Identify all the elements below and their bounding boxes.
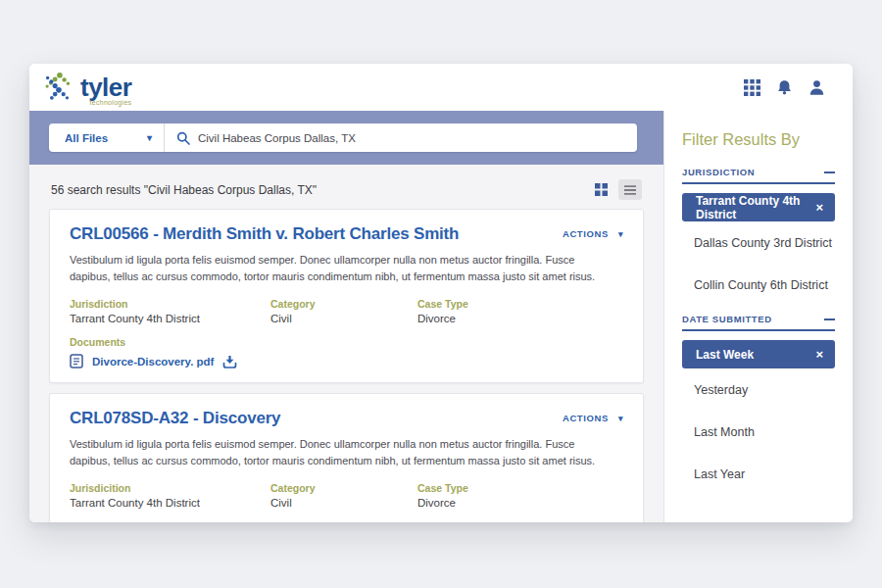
- case-description: Vestibulum id ligula porta felis euismod…: [70, 252, 611, 285]
- app-window: tyler technologies: [29, 64, 853, 522]
- field-value: Civil: [270, 497, 417, 509]
- result-card: CRL00566 - Merdith Smith v. Robert Charl…: [49, 209, 644, 383]
- download-icon[interactable]: [222, 355, 237, 368]
- field-label: Jurisdicition: [70, 482, 270, 494]
- remove-filter-icon[interactable]: ×: [815, 348, 823, 361]
- chevron-down-icon: ▾: [618, 229, 623, 239]
- filter-option[interactable]: Dallas County 3rd District: [694, 221, 835, 250]
- chevron-down-icon: ▾: [618, 414, 623, 423]
- filter-chip-jurisdiction[interactable]: Tarrant County 4th District ×: [682, 193, 835, 221]
- search-icon: [176, 131, 190, 145]
- all-files-dropdown[interactable]: All Files ▾: [49, 123, 165, 152]
- field-value: Divorce: [417, 497, 623, 509]
- app-header: tyler technologies: [29, 64, 853, 111]
- filter-option[interactable]: Last Month: [694, 411, 835, 439]
- field-label: Case Type: [417, 298, 623, 310]
- documents-label: Documents: [70, 520, 623, 522]
- field-label: Category: [270, 482, 417, 494]
- field-value: Tarrant County 4th District: [70, 313, 270, 324]
- jurisdiction-section-heading: JURISDICTION: [682, 167, 835, 184]
- case-title-link[interactable]: CRL078SD-A32 - Discovery: [70, 409, 280, 428]
- result-card: CRL078SD-A32 - Discovery ACTIONS ▾ Vesti…: [49, 393, 644, 522]
- search-input[interactable]: [198, 132, 625, 144]
- chevron-down-icon: ▾: [147, 132, 152, 143]
- tyler-logo: tyler technologies: [41, 71, 131, 104]
- sidebar-title: Filter Results By: [682, 130, 835, 149]
- notification-bell-icon[interactable]: [776, 79, 793, 96]
- filter-option[interactable]: Last Year: [694, 453, 835, 481]
- results-summary: 56 search results "Civil Habeas Corpus D…: [51, 183, 317, 197]
- header-icons: [744, 79, 825, 96]
- documents-label: Documents: [70, 336, 623, 348]
- collapse-minus-icon[interactable]: [824, 318, 835, 320]
- user-profile-icon[interactable]: [808, 79, 825, 96]
- field-value: Tarrant County 4th District: [70, 497, 270, 509]
- grid-view-button[interactable]: [589, 179, 612, 200]
- apps-grid-icon[interactable]: [744, 79, 760, 96]
- search-band: All Files ▾: [29, 111, 663, 165]
- remove-filter-icon[interactable]: ×: [815, 201, 823, 214]
- field-label: Category: [270, 298, 417, 310]
- logo-word: tyler: [80, 73, 131, 102]
- filter-option[interactable]: Collin County 6th District: [694, 264, 835, 292]
- search-control: All Files ▾: [49, 123, 637, 152]
- field-value: Divorce: [417, 313, 623, 324]
- field-value: Civil: [270, 313, 417, 324]
- field-label: Case Type: [417, 482, 623, 494]
- results-area: 56 search results "Civil Habeas Corpus D…: [29, 165, 663, 522]
- document-icon: [70, 354, 83, 368]
- filter-sidebar: Filter Results By JURISDICTION Tarrant C…: [663, 111, 853, 522]
- scope-label: All Files: [65, 132, 108, 144]
- case-description: Vestibulum id ligula porta felis euismod…: [70, 436, 611, 469]
- field-label: Jurisdiction: [70, 298, 270, 310]
- actions-dropdown[interactable]: ACTIONS ▾: [563, 228, 623, 239]
- filter-chip-date[interactable]: Last Week ×: [682, 340, 835, 368]
- date-submitted-section-heading: DATE SUBMITTED: [682, 314, 835, 331]
- collapse-minus-icon[interactable]: [824, 172, 835, 173]
- actions-dropdown[interactable]: ACTIONS ▾: [563, 413, 623, 423]
- tyler-logo-mark-icon: [41, 71, 74, 104]
- list-view-button[interactable]: [618, 179, 642, 200]
- case-title-link[interactable]: CRL00566 - Merdith Smith v. Robert Charl…: [70, 224, 459, 244]
- document-link[interactable]: Divorce-Discovery. pdf: [92, 356, 214, 368]
- filter-option[interactable]: Yesterday: [694, 368, 835, 397]
